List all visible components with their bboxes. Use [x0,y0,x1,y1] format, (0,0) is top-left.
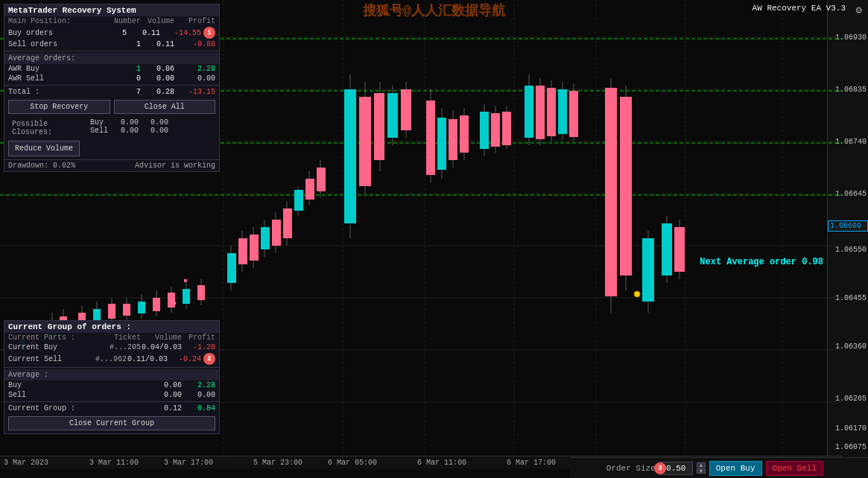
bottom-divider-1 [4,367,219,368]
total-volume: 0.28 [141,88,174,96]
current-buy-volume: 0.04/0.03 [141,343,182,351]
awr-buy-label: AWR Buy [8,65,111,73]
avg-buy-vol: 0.06 [141,381,182,389]
svg-rect-91 [525,86,533,138]
current-buy-label: Current Buy [8,343,107,351]
sell-orders-number: 1 [111,40,141,48]
current-group-vol: 0.12 [141,404,182,412]
settings-icon[interactable]: ⚙ [856,4,862,16]
svg-rect-69 [359,97,371,186]
avg-sell-row: Sell 0.00 0.00 [4,390,219,400]
svg-rect-103 [620,97,632,275]
bottom-col-ticket: Ticket [107,334,141,342]
awr-sell-label: AWR Sell [8,74,111,83]
awr-buy-profit: 2.28 [174,65,215,73]
reduce-volume-row: Reduce Volume [4,139,219,159]
stop-recovery-button[interactable]: Stop Recovery [8,100,110,114]
svg-rect-73 [387,93,398,138]
bottom-toolbar: Order Size ▲ ▼ Open Buy Open Sell 3 [570,457,868,478]
awr-buy-volume: 0.06 [141,65,174,73]
svg-rect-95 [547,88,556,136]
total-profit: -13.15 [174,88,215,96]
svg-rect-36 [138,302,145,313]
possible-sell-label: Sell [90,127,113,135]
buy-orders-profit: -14.55 [160,29,201,37]
spinner-down-button[interactable]: ▼ [697,468,706,474]
reduce-volume-button[interactable]: Reduce Volume [8,141,80,156]
col-volume: Volume [141,17,174,25]
svg-rect-67 [344,89,356,223]
avg-buy-profit: 2.28 [182,381,215,389]
panel-title: MetaTrader Recovery System [4,4,219,16]
avg-sell-profit: 0.00 [182,391,215,399]
possible-sell-row: Sell 0.00 0.00 [90,127,168,135]
possible-sell-vol: 0.00 [113,127,139,135]
svg-rect-83 [460,115,469,153]
bottom-panel: Current Group of orders : Current Parts … [4,320,220,434]
svg-rect-99 [569,91,578,137]
awr-sell-profit: 0.00 [174,74,215,83]
divider-1 [4,51,219,51]
current-group-label: Current Group : [8,404,107,412]
svg-rect-48 [227,253,236,283]
open-buy-button[interactable]: Open Buy [709,461,762,476]
order-size-spinner: ▲ ▼ [697,462,706,474]
svg-rect-81 [449,119,457,160]
sell-orders-profit: -0.88 [174,40,215,48]
divider-2 [4,85,219,86]
possible-buy-vol: 0.00 [113,118,139,127]
buy-orders-label: Buy orders [8,29,97,37]
svg-point-106 [634,291,640,297]
ea-title: AW Recovery EA V3.3 [753,4,846,13]
svg-rect-57 [273,238,277,242]
svg-rect-75 [401,89,411,130]
badge-1: 1 [203,27,215,39]
svg-rect-63 [305,179,314,200]
svg-rect-59 [283,208,292,238]
svg-rect-93 [536,86,545,139]
svg-rect-40 [168,293,175,307]
avg-buy-row: Buy 0.06 2.28 [4,380,219,390]
current-sell-ticket: #...962 [93,355,127,363]
svg-rect-71 [374,93,384,160]
avg-buy-label: Buy [8,381,107,389]
svg-rect-97 [558,89,567,134]
button-row-1: Stop Recovery Close All [4,97,219,117]
svg-rect-87 [491,113,500,147]
close-current-group-button[interactable]: Close Current Group [8,416,215,430]
current-sell-label: Current Sell [8,355,93,363]
awr-buy-row: AWR Buy 1 0.06 2.28 [4,64,219,74]
total-label: Total : [8,88,111,96]
status-bar: Drawdown: 0.02% Advisor is working [4,159,219,171]
svg-rect-50 [238,238,247,264]
sell-orders-volume: 0.11 [141,40,174,48]
badge-3: 3 [654,462,666,474]
possible-buy-row: Buy 0.00 0.00 [90,118,168,127]
total-number: 7 [111,88,141,96]
current-sell-volume: 0.11/0.03 [127,355,168,363]
col-number: Number [111,17,141,25]
possible-closures-values: Buy 0.00 0.00 Sell 0.00 0.00 [90,118,168,135]
avg-sell-label: Sell [8,391,107,399]
possible-sell-profit: 0.00 [139,127,168,135]
total-row: Total : 7 0.28 -13.15 [4,87,219,97]
svg-rect-52 [250,235,259,261]
open-sell-button[interactable]: Open Sell [766,461,823,476]
svg-rect-30 [93,309,101,321]
spinner-up-button[interactable]: ▲ [697,462,706,468]
possible-buy-label: Buy [90,118,113,127]
svg-rect-34 [123,304,130,316]
buy-orders-volume: 0.11 [127,29,160,37]
svg-rect-46 [197,285,205,300]
bottom-col-profit: Profit [182,334,215,342]
svg-rect-54 [261,227,270,249]
current-group-profit: 0.84 [182,404,215,412]
advisor-text: Advisor is working [135,162,215,170]
svg-rect-110 [674,227,685,272]
sell-orders-row: Sell orders 1 0.11 -0.88 [4,39,219,49]
bottom-col-volume: Volume [141,334,182,342]
bottom-divider-2 [4,401,219,402]
main-position-label: Main Position: [8,17,111,25]
current-group-row: Current Group : 0.12 0.84 [4,404,219,413]
close-all-button[interactable]: Close All [114,100,216,114]
